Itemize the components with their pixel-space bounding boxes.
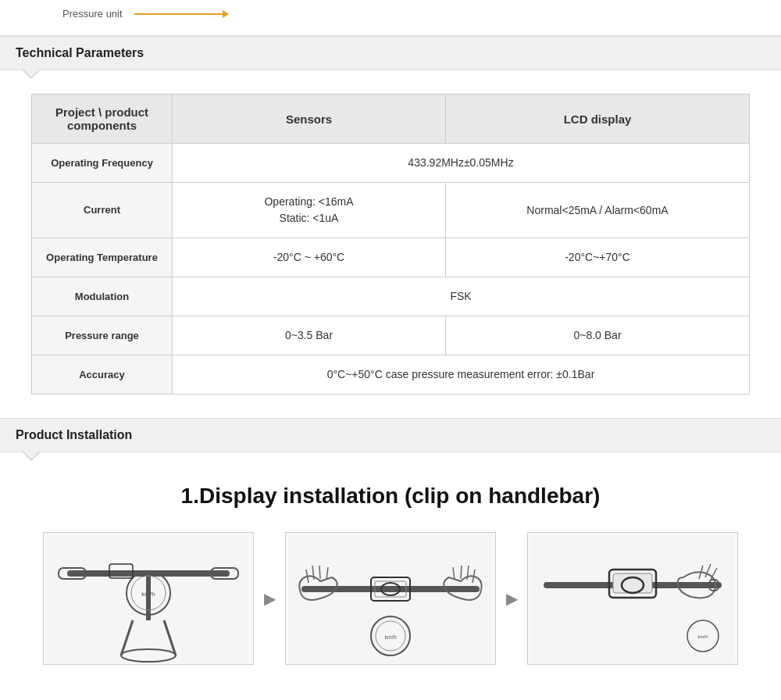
- svg-line-23: [461, 566, 462, 579]
- table-row: Operating Temperature-20°C ~ +60°C-20°C~…: [32, 238, 750, 277]
- tech-params-body: Project \ product components Sensors LCD…: [0, 70, 781, 418]
- install-image-1: km/h: [43, 532, 254, 665]
- install-arrow-2: ▶: [496, 589, 527, 608]
- row-merged-value: 433.92MHz±0.05MHz: [173, 144, 750, 183]
- row-merged-value: FSK: [173, 277, 750, 316]
- row-label: Operating Frequency: [32, 144, 173, 183]
- row-label: Modulation: [32, 277, 173, 316]
- product-install-title: Product Installation: [16, 428, 132, 441]
- tech-params-title: Technical Parameters: [16, 46, 144, 59]
- svg-line-19: [319, 566, 320, 579]
- pressure-unit-line: Pressure unit: [31, 8, 750, 20]
- svg-text:km/h: km/h: [697, 634, 708, 639]
- pressure-unit-arrow: [134, 13, 228, 15]
- install-sketch-1: km/h: [47, 534, 250, 663]
- pressure-unit-label: Pressure unit: [62, 8, 123, 20]
- row-sensors-value: Operating: <16mAStatic: <1uA: [173, 183, 446, 238]
- col-header-project: Project \ product components: [32, 95, 173, 144]
- install-image-3: km/h: [527, 532, 738, 665]
- row-sensors-value: 0~3.5 Bar: [173, 316, 446, 355]
- row-merged-value: 0°C~+50°C case pressure measurement erro…: [173, 355, 750, 395]
- row-label: Operating Temperature: [32, 238, 173, 277]
- install-images: km/h ▶: [31, 532, 750, 665]
- col-header-sensors: Sensors: [173, 95, 446, 144]
- product-install-body: 1.Display installation (clip on handleba…: [0, 452, 781, 696]
- row-lcd-value: Normal<25mA / Alarm<60mA: [446, 183, 750, 238]
- install-sketch-3: km/h: [531, 534, 734, 663]
- product-install-header: Product Installation: [0, 418, 781, 452]
- install-sketch-2: km/h: [289, 534, 492, 663]
- table-header-row: Project \ product components Sensors LCD…: [32, 95, 750, 144]
- table-row: CurrentOperating: <16mAStatic: <1uANorma…: [32, 183, 750, 238]
- install-arrow-1: ▶: [254, 589, 285, 608]
- install-image-2: km/h: [285, 532, 496, 665]
- table-row: Operating Frequency433.92MHz±0.05MHz: [32, 144, 750, 183]
- svg-rect-28: [531, 534, 734, 663]
- table-row: Accuracy0°C~+50°C case pressure measurem…: [32, 355, 750, 395]
- col-header-lcd: LCD display: [446, 95, 750, 144]
- table-row: Pressure range0~3.5 Bar0~8.0 Bar: [32, 316, 750, 355]
- row-lcd-value: -20°C~+70°C: [446, 238, 750, 277]
- row-label: Pressure range: [32, 316, 173, 355]
- row-sensors-value: -20°C ~ +60°C: [173, 238, 446, 277]
- top-section: Pressure unit: [0, 0, 781, 36]
- row-lcd-value: 0~8.0 Bar: [446, 316, 750, 355]
- svg-text:km/h: km/h: [141, 591, 155, 598]
- tech-params-header: Technical Parameters: [0, 36, 781, 70]
- params-table: Project \ product components Sensors LCD…: [31, 94, 750, 395]
- svg-text:km/h: km/h: [384, 634, 396, 640]
- row-label: Accuracy: [32, 355, 173, 395]
- table-row: ModulationFSK: [32, 277, 750, 316]
- install-title: 1.Display installation (clip on handleba…: [31, 484, 750, 509]
- row-label: Current: [32, 183, 173, 238]
